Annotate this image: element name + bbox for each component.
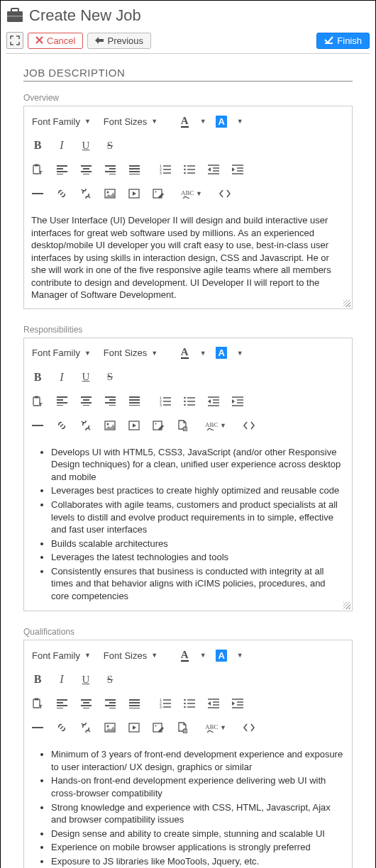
qualifications-content[interactable]: Minimum of 3 years of front-end developm…	[24, 742, 352, 868]
text-color-button[interactable]: A	[174, 645, 195, 666]
text-color-caret[interactable]: ▼	[198, 343, 208, 364]
fullscreen-button[interactable]	[6, 32, 23, 49]
bold-button[interactable]: B	[27, 367, 48, 388]
finish-button[interactable]: Finish	[316, 33, 370, 49]
spellcheck-button[interactable]: ABC▼	[179, 183, 204, 204]
bullet-list-button[interactable]	[179, 693, 200, 714]
cancel-button[interactable]: Cancel	[28, 33, 83, 49]
insert-image-button[interactable]	[99, 415, 121, 436]
align-justify-button[interactable]	[123, 391, 145, 412]
background-color-button[interactable]: A	[211, 343, 232, 364]
source-code-button[interactable]	[214, 183, 236, 204]
paste-text-button[interactable]: T	[27, 159, 48, 180]
source-code-button[interactable]	[238, 415, 260, 436]
insert-link-button[interactable]	[51, 717, 72, 738]
bold-button[interactable]: B	[27, 135, 48, 156]
background-color-caret[interactable]: ▼	[235, 343, 245, 364]
overview-content[interactable]: The User Interface (UI) Developer II wil…	[24, 208, 352, 308]
align-center-button[interactable]	[75, 693, 96, 714]
horizontal-rule-button[interactable]	[27, 415, 48, 436]
new-document-button[interactable]	[172, 717, 193, 738]
align-justify-button[interactable]	[123, 159, 145, 180]
text-color-button[interactable]: A	[174, 343, 195, 364]
svg-rect-2	[7, 16, 23, 17]
outdent-button[interactable]	[203, 391, 224, 412]
svg-point-47	[107, 725, 109, 728]
paste-text-button[interactable]: T	[27, 391, 48, 412]
align-right-button[interactable]	[99, 693, 121, 714]
align-left-button[interactable]	[51, 693, 72, 714]
insert-link-button[interactable]	[51, 183, 72, 204]
outdent-button[interactable]	[203, 693, 224, 714]
numbered-list-button[interactable]: 123	[155, 693, 176, 714]
insert-image-button[interactable]	[99, 717, 121, 738]
indent-button[interactable]	[227, 693, 248, 714]
bold-button[interactable]: B	[27, 669, 48, 690]
font-sizes-dropdown[interactable]: Font Sizes▼	[99, 344, 162, 362]
edit-image-button[interactable]	[148, 415, 169, 436]
align-center-button[interactable]	[75, 159, 96, 180]
insert-media-button[interactable]	[123, 183, 145, 204]
edit-image-button[interactable]	[148, 717, 169, 738]
indent-button[interactable]	[227, 159, 248, 180]
insert-image-button[interactable]	[99, 183, 121, 204]
text-color-caret[interactable]: ▼	[198, 645, 208, 666]
align-left-button[interactable]	[51, 159, 72, 180]
underline-button[interactable]: U	[75, 135, 96, 156]
resize-handle[interactable]	[343, 300, 350, 307]
text-color-caret[interactable]: ▼	[198, 111, 208, 132]
svg-text:T: T	[39, 169, 43, 175]
remove-link-button[interactable]	[75, 415, 96, 436]
strike-button[interactable]: S	[99, 669, 121, 690]
paste-text-button[interactable]: T	[27, 693, 48, 714]
responsibilities-content[interactable]: Develops UI with HTML5, CSS3, JavaScript…	[24, 440, 352, 611]
italic-button[interactable]: I	[51, 669, 72, 690]
background-color-caret[interactable]: ▼	[235, 645, 245, 666]
font-sizes-dropdown[interactable]: Font Sizes▼	[99, 113, 162, 130]
new-document-button[interactable]	[172, 415, 193, 436]
horizontal-rule-button[interactable]	[27, 183, 48, 204]
insert-media-button[interactable]	[123, 415, 145, 436]
numbered-list-button[interactable]: 123	[155, 391, 176, 412]
strike-button[interactable]: S	[99, 367, 121, 388]
background-color-button[interactable]: A	[211, 111, 232, 132]
strike-button[interactable]: S	[99, 135, 121, 156]
insert-media-button[interactable]	[123, 717, 145, 738]
italic-button[interactable]: I	[51, 135, 72, 156]
text-color-button[interactable]: A	[174, 111, 195, 132]
underline-button[interactable]: U	[75, 367, 96, 388]
numbered-list-button[interactable]: 123	[155, 159, 176, 180]
resize-handle[interactable]	[343, 602, 350, 609]
list-item: Leverages best practices to create highl…	[51, 484, 345, 497]
bullet-list-button[interactable]	[179, 391, 200, 412]
remove-link-button[interactable]	[75, 717, 96, 738]
insert-link-button[interactable]	[51, 415, 72, 436]
align-center-button[interactable]	[75, 391, 96, 412]
font-family-dropdown[interactable]: Font Family▼	[27, 344, 96, 362]
source-code-button[interactable]	[238, 717, 260, 738]
spellcheck-button[interactable]: ABC▼	[203, 415, 228, 436]
svg-text:ABC: ABC	[181, 189, 194, 196]
align-right-button[interactable]	[99, 159, 121, 180]
align-right-button[interactable]	[99, 391, 121, 412]
indent-button[interactable]	[227, 391, 248, 412]
font-sizes-dropdown[interactable]: Font Sizes▼	[99, 647, 162, 664]
align-justify-button[interactable]	[123, 693, 145, 714]
qualifications-label: Qualifications	[23, 627, 353, 637]
list-item: Develops UI with HTML5, CSS3, JavaScript…	[51, 446, 345, 484]
font-family-dropdown[interactable]: Font Family▼	[27, 113, 96, 130]
remove-link-button[interactable]	[75, 183, 96, 204]
outdent-button[interactable]	[203, 159, 224, 180]
font-family-dropdown[interactable]: Font Family▼	[27, 647, 96, 664]
bullet-list-button[interactable]	[179, 159, 200, 180]
horizontal-rule-button[interactable]	[27, 717, 48, 738]
background-color-caret[interactable]: ▼	[235, 111, 245, 132]
background-color-button[interactable]: A	[211, 645, 232, 666]
spellcheck-button[interactable]: ABC▼	[203, 717, 228, 738]
qualifications-list: Minimum of 3 years of front-end developm…	[31, 748, 345, 868]
underline-button[interactable]: U	[75, 669, 96, 690]
align-left-button[interactable]	[51, 391, 72, 412]
edit-image-button[interactable]	[148, 183, 169, 204]
italic-button[interactable]: I	[51, 367, 72, 388]
previous-button[interactable]: Previous	[87, 33, 151, 49]
